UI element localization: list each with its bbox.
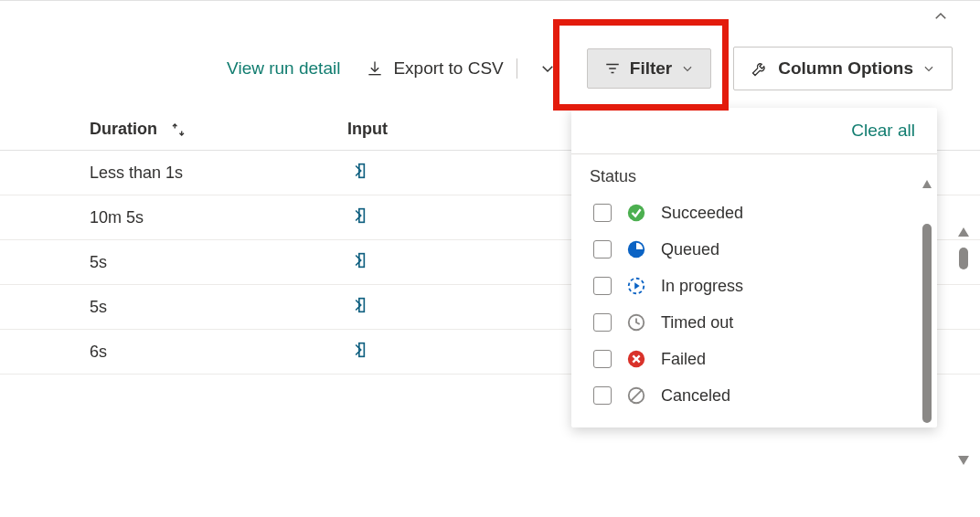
wrench-icon <box>751 59 769 78</box>
column-header-label: Duration <box>90 120 157 139</box>
column-header-label: Input <box>347 120 388 138</box>
clock-filled-icon <box>626 239 646 259</box>
status-label: Timed out <box>661 313 733 332</box>
checkbox[interactable] <box>593 386 612 405</box>
cell-input[interactable] <box>274 295 368 320</box>
chevron-down-icon <box>681 62 694 75</box>
cell-duration: 5s <box>0 253 274 272</box>
svg-point-4 <box>628 205 644 221</box>
column-header-duration[interactable]: Duration <box>0 120 274 139</box>
cell-duration: 6s <box>0 343 274 362</box>
page-scrollbar[interactable] <box>958 227 969 465</box>
filter-panel-scrollbar[interactable] <box>922 180 932 422</box>
filter-section-title: Status <box>590 167 919 186</box>
sort-icon[interactable] <box>170 121 186 138</box>
cell-input[interactable] <box>274 250 368 275</box>
filter-label: Filter <box>630 58 672 79</box>
checkbox[interactable] <box>593 240 612 258</box>
status-item-canceled[interactable]: Canceled <box>593 385 915 406</box>
collapse-chevron-up-icon[interactable] <box>932 8 949 25</box>
download-icon <box>366 59 384 78</box>
status-item-timedout[interactable]: Timed out <box>593 312 915 332</box>
cell-input[interactable] <box>274 206 368 230</box>
clock-outline-icon <box>626 312 646 332</box>
checkbox[interactable] <box>593 350 612 368</box>
checkbox[interactable] <box>593 313 612 332</box>
status-label: Queued <box>661 240 719 259</box>
status-label: Canceled <box>661 386 730 406</box>
clear-all-link[interactable]: Clear all <box>851 121 915 141</box>
cell-duration: 10m 5s <box>0 208 274 227</box>
cell-duration: 5s <box>0 298 274 317</box>
export-dropdown-caret[interactable] <box>530 60 565 77</box>
filter-icon <box>604 60 621 77</box>
checkbox[interactable] <box>593 204 612 222</box>
status-label: Succeeded <box>661 204 743 223</box>
status-label: In progress <box>661 277 743 296</box>
svg-marker-8 <box>634 282 640 289</box>
open-link-icon <box>347 340 368 360</box>
status-item-failed[interactable]: Failed <box>593 349 915 369</box>
svg-line-14 <box>631 390 643 402</box>
filter-button[interactable]: Filter <box>587 48 711 89</box>
filter-dropdown-panel: Clear all Status Succeeded Queued <box>571 108 937 427</box>
open-link-icon <box>347 295 368 315</box>
checkbox[interactable] <box>593 277 612 295</box>
open-link-icon <box>347 250 368 270</box>
chevron-down-icon <box>922 62 935 75</box>
export-csv-label: Export to CSV <box>393 58 503 79</box>
status-label: Failed <box>661 350 706 369</box>
column-options-label: Column Options <box>778 58 913 79</box>
export-csv-button[interactable]: Export to CSV <box>362 58 517 79</box>
cell-input[interactable] <box>274 340 368 364</box>
status-item-inprogress[interactable]: In progress <box>593 276 915 296</box>
open-link-icon <box>347 206 368 226</box>
slash-circle-icon <box>626 385 646 406</box>
progress-icon <box>626 276 646 296</box>
status-item-succeeded[interactable]: Succeeded <box>593 203 915 223</box>
check-circle-icon <box>626 203 646 223</box>
open-link-icon <box>347 161 368 181</box>
column-header-input[interactable]: Input <box>274 120 388 139</box>
status-item-queued[interactable]: Queued <box>593 239 915 259</box>
toolbar: View run detail Export to CSV Filter Col… <box>227 47 953 90</box>
cell-duration: Less than 1s <box>0 164 274 183</box>
column-options-button[interactable]: Column Options <box>733 47 953 90</box>
cell-input[interactable] <box>274 161 368 185</box>
status-list: Succeeded Queued In progress <box>590 199 919 420</box>
x-circle-icon <box>626 349 646 369</box>
view-run-detail-link[interactable]: View run detail <box>227 58 340 79</box>
